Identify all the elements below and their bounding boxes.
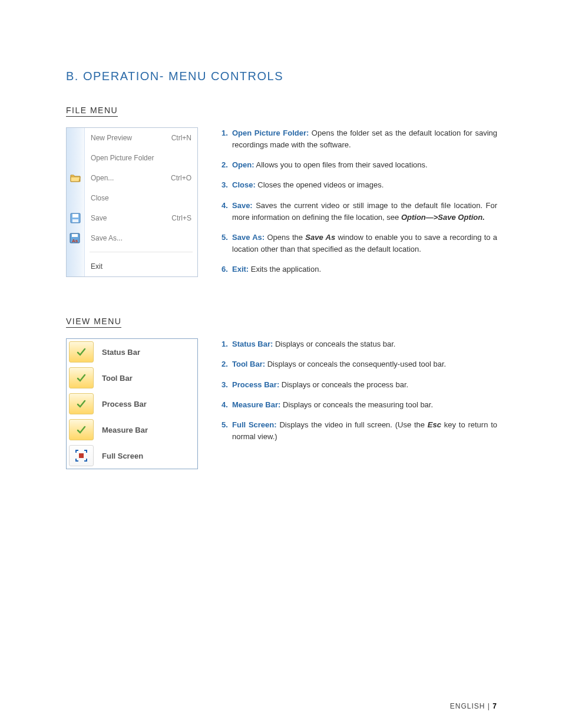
menu-label: Full Screen (94, 452, 143, 460)
list-item: 3. Close: Closes the opened videos or im… (222, 179, 497, 191)
menu-shortcut: Ctrl+O (171, 174, 191, 182)
menu-item-save-as[interactable]: As Save As... (67, 228, 197, 248)
disk-icon (70, 213, 81, 223)
file-menu-screenshot: New Preview Ctrl+N Open Picture Folder (66, 127, 198, 277)
list-item: 5. Full Screen: Displays the video in fu… (222, 419, 497, 443)
view-menu-heading: VIEW MENU (66, 317, 121, 328)
list-item: 6. Exit: Exits the application. (222, 263, 497, 275)
check-icon (77, 399, 86, 409)
menu-label: Status Bar (94, 348, 140, 357)
view-menu-descriptions: 1. Status Bar: Displays or conceals the … (222, 338, 497, 443)
folder-icon (70, 173, 81, 183)
menu-label: Tool Bar (94, 374, 133, 383)
menu-item-close[interactable]: Close (67, 188, 197, 208)
check-icon (77, 425, 86, 434)
footer-language: ENGLISH (450, 702, 485, 710)
svg-text:As: As (72, 238, 78, 243)
menu-label: Save As... (91, 234, 123, 242)
menu-item-exit[interactable]: Exit (67, 256, 197, 276)
menu-item-save[interactable]: Save Ctrl+S (67, 208, 197, 228)
view-item-status-bar[interactable]: Status Bar (67, 339, 197, 365)
menu-shortcut: Ctrl+N (171, 134, 191, 142)
list-item: 1. Status Bar: Displays or conceals the … (222, 338, 497, 350)
view-item-process-bar[interactable]: Process Bar (67, 391, 197, 417)
view-item-full-screen[interactable]: Full Screen (67, 443, 197, 469)
list-item: 1. Open Picture Folder: Opens the folder… (222, 127, 497, 151)
list-item: 3. Process Bar: Displays or conceals the… (222, 379, 497, 391)
check-icon (77, 373, 86, 383)
view-item-measure-bar[interactable]: Measure Bar (67, 417, 197, 443)
save-as-icon: As (70, 233, 81, 243)
svg-rect-2 (72, 219, 78, 222)
check-icon (77, 347, 86, 357)
page-footer: ENGLISH | 7 (450, 702, 497, 710)
file-menu-heading: FILE MENU (66, 106, 118, 117)
menu-label: Save (91, 214, 107, 222)
page-number: 7 (492, 702, 497, 710)
menu-label: Measure Bar (94, 426, 148, 434)
list-item: 4. Save: Saves the current video or stil… (222, 200, 497, 223)
fullscreen-icon (75, 450, 87, 462)
svg-rect-6 (79, 453, 84, 458)
menu-label: Open Picture Folder (91, 154, 154, 162)
menu-label: Process Bar (94, 400, 147, 409)
menu-label: Open... (91, 174, 114, 182)
section-title: B. OPERATION- MENU CONTROLS (66, 70, 497, 83)
list-item: 5. Save As: Opens the Save As window to … (222, 232, 497, 255)
list-item: 2. Tool Bar: Displays or conceals the co… (222, 358, 497, 370)
menu-item-new-preview[interactable]: New Preview Ctrl+N (67, 128, 197, 148)
view-item-tool-bar[interactable]: Tool Bar (67, 365, 197, 391)
menu-item-open[interactable]: Open... Ctrl+O (67, 168, 197, 188)
menu-item-open-picture-folder[interactable]: Open Picture Folder (67, 148, 197, 168)
menu-label: Close (91, 194, 109, 202)
list-item: 4. Measure Bar: Displays or conceals the… (222, 399, 497, 411)
svg-rect-4 (72, 234, 78, 237)
menu-separator (67, 248, 197, 256)
menu-shortcut: Ctrl+S (171, 214, 191, 222)
view-menu-screenshot: Status Bar Tool Bar Process Bar (66, 338, 198, 469)
svg-rect-1 (72, 214, 78, 218)
list-item: 2. Open: Allows you to open files from t… (222, 159, 497, 171)
menu-label: Exit (91, 262, 103, 271)
file-menu-descriptions: 1. Open Picture Folder: Opens the folder… (222, 127, 497, 275)
menu-label: New Preview (91, 134, 132, 142)
